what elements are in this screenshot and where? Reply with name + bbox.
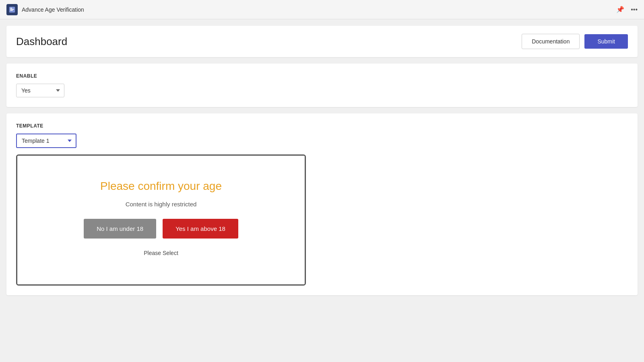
page-title: Dashboard [16,35,67,48]
no-under-18-button[interactable]: No I am under 18 [84,219,156,239]
top-bar-left: Advance Age Verification [6,4,84,15]
enable-select[interactable]: Yes No [16,84,64,97]
preview-title-accent: age [203,180,222,192]
preview-title-text: Please confirm your [100,180,203,192]
preview-select-placeholder: Please Select [144,250,178,256]
yes-above-18-button[interactable]: Yes I am above 18 [163,219,238,239]
enable-label: ENABLE [16,73,628,79]
more-options-icon[interactable]: ••• [631,6,638,13]
svg-rect-1 [10,9,14,10]
preview-title: Please confirm your age [100,180,222,193]
template-section-card: TEMPLATE Template 1 Template 2 Template … [6,113,638,295]
svg-rect-3 [10,8,12,8]
documentation-button[interactable]: Documentation [522,34,580,49]
svg-rect-2 [10,10,13,10]
dashboard-header-card: Dashboard Documentation Submit [6,26,638,57]
submit-button[interactable]: Submit [584,34,628,49]
template-label: TEMPLATE [16,123,628,129]
top-bar: Advance Age Verification 📌 ••• [0,0,644,19]
app-title: Advance Age Verification [22,6,84,13]
app-icon [6,4,18,15]
main-content: Dashboard Documentation Submit ENABLE Ye… [0,19,644,362]
template-select[interactable]: Template 1 Template 2 Template 3 [16,134,76,148]
preview-subtitle: Content is highly restricted [126,201,197,208]
preview-container: Please confirm your age Content is highl… [16,154,306,286]
top-bar-right: 📌 ••• [616,6,638,13]
preview-buttons: No I am under 18 Yes I am above 18 [84,219,238,239]
pin-icon[interactable]: 📌 [616,6,624,13]
dashboard-actions: Documentation Submit [522,34,628,49]
preview-inner: Please confirm your age Content is highl… [17,156,305,284]
enable-section-card: ENABLE Yes No [6,64,638,107]
